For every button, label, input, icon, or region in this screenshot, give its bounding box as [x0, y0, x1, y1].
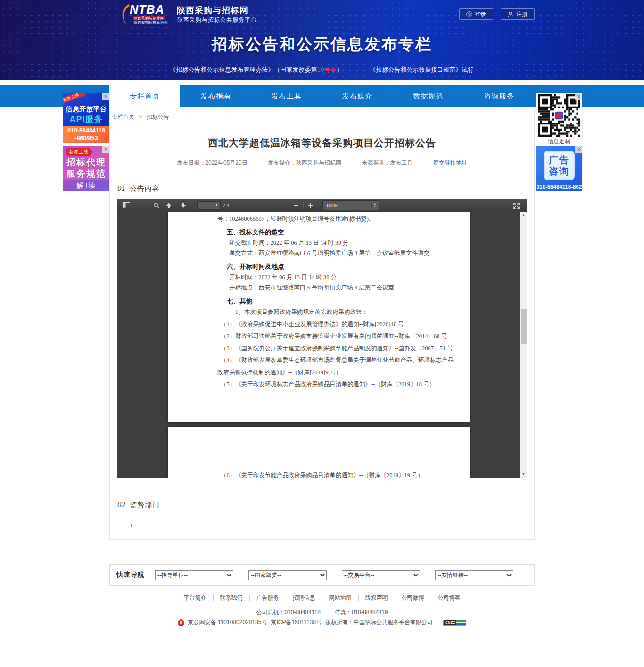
- beian-gongan[interactable]: 京公网安备 11010802020185号: [188, 618, 267, 626]
- page-up-icon[interactable]: [163, 200, 175, 211]
- beian-icp[interactable]: 京ICP备15011138号: [271, 618, 322, 626]
- ad-badge: 新课上线: [66, 148, 92, 156]
- close-icon[interactable]: ✕: [575, 93, 582, 100]
- scroll-down-icon[interactable]: ▼: [520, 471, 527, 478]
- close-icon[interactable]: ✕: [102, 146, 109, 153]
- section-supervision-header: 02 监督部门: [117, 500, 527, 510]
- tab-data-standard[interactable]: 数据规范: [393, 85, 463, 107]
- footer-contact: 公司总机：010-88484118传真：010-88484119: [0, 609, 644, 617]
- ad-agency-course[interactable]: ✕ 新课上线 招标代理 服务规范 解读: [63, 146, 109, 191]
- select-state-ministry[interactable]: --国家部委--: [248, 570, 327, 580]
- section-announcement-header: 01 公告内容: [117, 184, 527, 193]
- ad-advertise-consult[interactable]: ✕ 广告咨询 010-88484118-862: [536, 146, 582, 191]
- ad-api-service[interactable]: ✕ 新版上线 信息开放平台 API服务 010-88484118 -860/85…: [63, 93, 109, 143]
- user-add-icon: [508, 11, 514, 17]
- footer-link[interactable]: 联系我们: [213, 594, 249, 601]
- site-name: 陕西采购与招标网: [177, 5, 248, 16]
- close-icon[interactable]: ✕: [575, 146, 582, 153]
- pdf-toolbar: / 4 90%: [117, 199, 527, 212]
- footer-link[interactable]: 广告服务: [249, 594, 286, 601]
- sidebar-toggle-icon[interactable]: [120, 200, 132, 211]
- select-guidance-unit[interactable]: --指导单位--: [155, 570, 233, 580]
- breadcrumb-current: 招标公告: [147, 114, 169, 120]
- qr-code: [537, 93, 582, 138]
- qr-label: 信息定制: [536, 138, 582, 145]
- footer-link[interactable]: 招聘信息: [286, 594, 322, 601]
- tab-publish-tools[interactable]: 发布工具: [251, 85, 322, 107]
- breadcrumb-home[interactable]: 专栏首页: [112, 114, 134, 120]
- user-icon: [466, 11, 472, 17]
- supervision-content: /: [131, 521, 534, 528]
- footer: 平台简介联系我们广告服务招聘信息网站地图版权声明公司微博公司博客 公司总机：01…: [0, 594, 644, 626]
- pdf-scrollbar[interactable]: ▲ ▼: [520, 212, 527, 478]
- tab-column-home[interactable]: 专栏首页: [109, 85, 180, 107]
- tab-publish-guide[interactable]: 发布指南: [180, 85, 251, 107]
- ad-qr-subscribe: ✕ 信息定制: [536, 93, 582, 146]
- logo-text: NTBA: [130, 3, 164, 16]
- zoom-level-select[interactable]: 90%: [322, 200, 379, 210]
- article-meta: 发布日期：2022年05月20日 发布媒介：陕西采购与招标网 来源渠道：发布工具…: [110, 159, 534, 167]
- cnzz-stats-icon[interactable]: CNZZ: [443, 620, 466, 626]
- footer-legal: 京公网安备 11010802020185号 京ICP备15011138号 版权所…: [0, 618, 644, 626]
- footer-link[interactable]: 公司微博: [395, 594, 431, 601]
- main-container: 专栏首页 > 招标公告 西北大学超低温冰箱等设备采购项目公开招标公告 发布日期：…: [109, 107, 535, 540]
- fullscreen-icon[interactable]: [510, 200, 522, 211]
- site-subtitle: 陕西采购与招标公共服务平台: [177, 16, 257, 24]
- pdf-page-3: （6）《关于印发节能产品政府采购品目清单的通知》--（财库〔2019〕19 号）: [168, 427, 470, 478]
- ad-phone: 010-88484118 -860/853: [63, 126, 109, 143]
- breadcrumb: 专栏首页 > 招标公告: [110, 107, 534, 121]
- quick-nav-label: 快速导航: [116, 571, 145, 579]
- chevron-updown-icon: [371, 203, 379, 207]
- police-badge-icon: [178, 619, 184, 626]
- page-down-icon[interactable]: [177, 200, 190, 211]
- page-title: 西北大学超低温冰箱等设备采购项目公开招标公告: [110, 136, 534, 149]
- pdf-page-area: 号：102460065607；转账时须注明项目编号及用途(标书费)。 五、投标文…: [117, 212, 520, 478]
- footer-link[interactable]: 公司博客: [431, 594, 467, 601]
- copyright: 版权所有：中国招标公共服务平台有限公司: [325, 618, 433, 626]
- zoom-in-icon[interactable]: [305, 200, 317, 211]
- pdf-page-2: 号：102460065607；转账时须注明项目编号及用途(标书费)。 五、投标文…: [168, 212, 470, 422]
- breadcrumb-separator: >: [139, 114, 142, 120]
- footer-link[interactable]: 网站地图: [322, 594, 358, 601]
- select-friend-links[interactable]: --友情链接--: [435, 570, 513, 580]
- footer-link[interactable]: 平台简介: [177, 594, 213, 601]
- tab-publish-media[interactable]: 发布媒介: [322, 85, 393, 107]
- tab-consult-service[interactable]: 咨询服务: [463, 85, 534, 107]
- top-banner: NTBA 陕西采购与招标网 陕西省招标投标协会 陕西采购与招标网 陕西采购与招标…: [0, 0, 644, 80]
- scrollbar-thumb[interactable]: [521, 309, 527, 344]
- search-icon[interactable]: [150, 200, 163, 211]
- page-number-input[interactable]: [197, 201, 221, 210]
- login-button[interactable]: 登录: [459, 8, 493, 20]
- pdf-viewer: / 4 90% 号：102460065607；转账时须注明项目编号及用途(标书费…: [117, 199, 527, 478]
- banner-title: 招标公告和公示信息发布专栏: [0, 34, 644, 55]
- footer-links: 平台简介联系我们广告服务招聘信息网站地图版权声明公司微博公司博客: [0, 594, 644, 602]
- close-icon[interactable]: ✕: [102, 93, 109, 100]
- banner-subtitle: 《招标公告和公示信息发布管理办法》（国家发改委第10号令）《招标公告和公示数据接…: [0, 66, 644, 74]
- zoom-out-icon[interactable]: [290, 200, 302, 211]
- select-trading-platform[interactable]: --交易平台--: [342, 570, 420, 580]
- quick-nav: 快速导航 --指导单位-- --国家部委-- --交易平台-- --友情链接--: [109, 564, 535, 586]
- logo-line1: 陕西采购与招标网: [133, 16, 165, 20]
- decree-number: 10号令: [317, 66, 337, 73]
- logo-line2: 陕西省招标投标协会: [133, 21, 168, 24]
- footer-link[interactable]: 版权声明: [358, 594, 395, 601]
- site-logo: NTBA 陕西采购与招标网 陕西省招标投标协会: [119, 3, 172, 26]
- ad-phone: 010-88484118-862: [536, 184, 582, 189]
- ad-ribbon: 新版上线: [63, 93, 86, 106]
- page-total: / 4: [223, 203, 230, 208]
- register-button[interactable]: 注册: [501, 8, 535, 20]
- scroll-up-icon[interactable]: ▲: [520, 212, 527, 219]
- original-link[interactable]: 原文链接地址: [433, 159, 467, 166]
